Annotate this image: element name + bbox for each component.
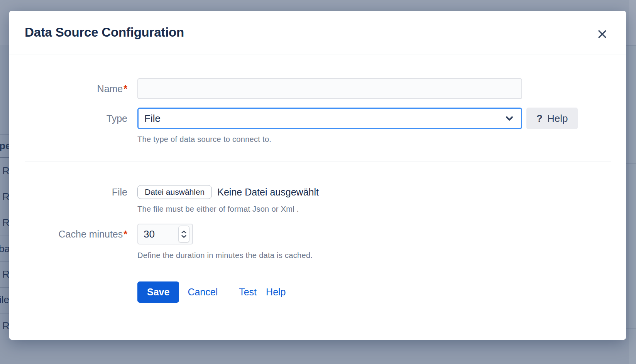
stepper-up-icon <box>181 230 187 234</box>
name-field-row: Name* <box>9 78 626 99</box>
file-hint-row: The file must be either of format Json o… <box>9 205 626 214</box>
actions-row: Save Cancel Test Help <box>9 281 626 303</box>
type-hint: The type of data source to connect to. <box>137 135 624 144</box>
bg-table-line <box>626 45 636 46</box>
file-status-text: Keine Datei ausgewählt <box>217 187 319 198</box>
type-hint-row: The type of data source to connect to. <box>9 135 626 144</box>
type-field-row: Type File ? Help <box>9 108 626 129</box>
cancel-link[interactable]: Cancel <box>188 286 218 298</box>
file-label-text: File <box>112 187 127 197</box>
bg-table-fragment: R <box>2 191 10 202</box>
dimmed-background-page: pe R R R ba R ile R Data Source Configur… <box>0 0 636 364</box>
type-label: Type <box>9 113 127 124</box>
cache-minutes-label-text: Cache minutes <box>59 229 123 239</box>
bg-table-line <box>0 339 9 339</box>
question-mark-icon: ? <box>536 113 543 125</box>
file-field-row: File Datei auswählen Keine Datei ausgewä… <box>9 185 626 199</box>
close-button[interactable] <box>594 25 611 42</box>
cache-minutes-field-row: Cache minutes* <box>9 224 626 244</box>
number-stepper[interactable] <box>178 226 189 243</box>
name-label-text: Name <box>97 83 123 94</box>
dialog-header: Data Source Configuration <box>9 11 626 54</box>
bg-table-fragment: R <box>2 165 10 177</box>
bg-table-fragment: R <box>2 320 10 332</box>
stepper-down-icon <box>181 234 187 238</box>
bg-table-line <box>0 210 9 210</box>
type-label-text: Type <box>107 113 127 124</box>
required-asterisk: * <box>123 83 127 94</box>
bg-table-fragment: ba <box>0 243 10 254</box>
background-right-panel-edge <box>629 0 636 364</box>
bg-table-line <box>0 313 9 313</box>
save-button[interactable]: Save <box>137 281 179 303</box>
name-input[interactable] <box>137 78 522 99</box>
cache-hint: Define the duration in minutes the data … <box>137 251 624 260</box>
data-source-configuration-dialog: Data Source Configuration Name* T <box>9 11 626 340</box>
bg-table-fragment: ile <box>0 294 9 305</box>
type-select-value: File <box>144 113 161 125</box>
bg-table-line <box>626 163 636 163</box>
help-link[interactable]: Help <box>266 286 286 298</box>
file-label: File <box>9 186 127 198</box>
bg-table-line <box>626 329 636 329</box>
bg-table-line <box>0 134 9 135</box>
bg-table-fragment: R <box>2 217 10 228</box>
type-help-button[interactable]: ? Help <box>526 108 578 129</box>
required-asterisk: * <box>123 229 127 239</box>
bg-table-line <box>0 261 9 262</box>
bg-table-line <box>0 184 9 184</box>
section-divider <box>25 162 611 162</box>
type-select[interactable]: File <box>137 108 522 129</box>
file-hint: The file must be either of format Json o… <box>137 205 624 214</box>
close-icon <box>597 29 607 39</box>
choose-file-button[interactable]: Datei auswählen <box>137 185 212 199</box>
type-help-button-label: Help <box>547 113 568 125</box>
name-label: Name* <box>9 83 127 94</box>
bg-table-fragment: R <box>2 268 10 280</box>
chevron-down-icon <box>504 113 515 124</box>
test-link[interactable]: Test <box>239 286 257 298</box>
bg-table-line <box>0 236 9 236</box>
bg-table-line <box>0 287 9 288</box>
bg-table-line <box>0 157 9 158</box>
cache-minutes-label: Cache minutes* <box>9 228 127 240</box>
page-title: Data Source Configuration <box>25 25 184 40</box>
cache-hint-row: Define the duration in minutes the data … <box>9 251 626 260</box>
dialog-body: Name* Type File <box>9 54 626 303</box>
